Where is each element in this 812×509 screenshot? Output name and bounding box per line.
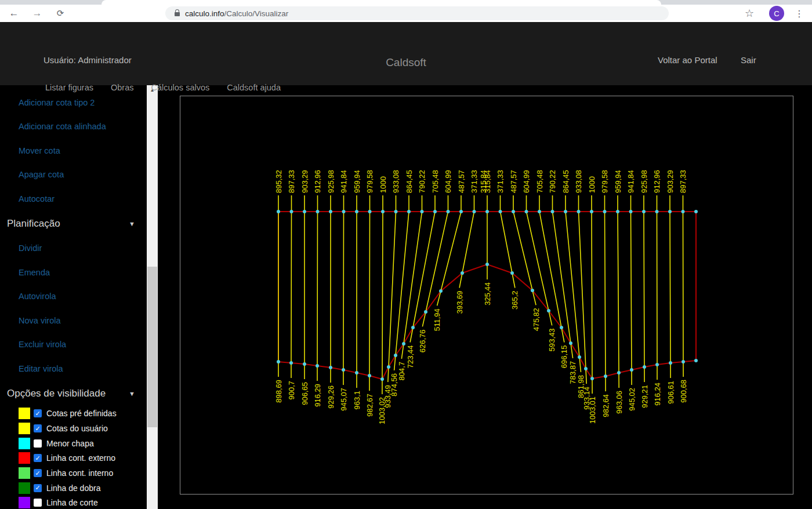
visibility-row: ✓Linha cont. interno — [0, 466, 147, 481]
url-text: calculo.info/Calculo/Visualizar — [185, 9, 288, 18]
sidebar-item-apagar-cota[interactable]: Apagar cota — [0, 163, 147, 187]
reload-icon[interactable]: ⟳ — [51, 5, 70, 22]
visibility-checkbox[interactable]: ✓ — [34, 454, 42, 462]
nav-item-3[interactable]: Cálculos salvos — [151, 83, 210, 92]
lock-icon — [175, 12, 180, 16]
main-nav: Listar figurasObrasCálculos salvosCaldso… — [45, 83, 281, 92]
sidebar-item-adicionar-cota-tipo-2[interactable]: Adicionar cota tipo 2 — [0, 90, 147, 115]
sidebar-item-excluir-virola[interactable]: Excluir virola — [0, 333, 147, 357]
color-swatch — [19, 467, 30, 479]
voltar-ao-portal-link[interactable]: Voltar ao Portal — [658, 55, 717, 65]
nav-item-4[interactable]: Caldsoft ajuda — [227, 83, 281, 92]
color-swatch — [19, 423, 30, 434]
visibility-label: Menor chapa — [42, 439, 94, 448]
back-icon[interactable]: ← — [5, 5, 23, 22]
sidebar-item-mover-cota[interactable]: Mover cota — [0, 139, 147, 163]
visibility-label: Linha de corte — [42, 498, 98, 507]
app-header: Usuário: Administrador Caldsoft Voltar a… — [0, 22, 812, 85]
sidebar-item-autocotar[interactable]: Autocotar — [0, 187, 147, 211]
bookmark-star-icon[interactable]: ☆ — [740, 5, 759, 22]
sidebar-section-planificacao[interactable]: Planificação ▼ — [0, 211, 147, 237]
sidebar-item-nova-virola[interactable]: Nova virola — [0, 308, 147, 333]
url-path: /Calculo/Visualizar — [224, 9, 289, 18]
sidebar: Adicionar cota tipo 2Adicionar cota alin… — [0, 85, 147, 509]
sidebar-links-planificacao: DividirEmendaAutovirolaNova virolaExclui… — [0, 237, 147, 381]
color-swatch — [19, 452, 30, 464]
chevron-down-icon: ▼ — [129, 390, 135, 397]
visibility-label: Cotas do usuário — [42, 424, 108, 433]
sidebar-item-emenda[interactable]: Emenda — [0, 260, 147, 285]
active-tab[interactable] — [102, 0, 661, 5]
visibility-checkbox[interactable]: ✓ — [34, 469, 42, 477]
visibility-row: Menor chapa — [0, 436, 147, 451]
visibility-checkbox[interactable]: ✓ — [34, 424, 42, 432]
nav-item-2[interactable]: Obras — [111, 83, 134, 92]
drawing-canvas[interactable] — [180, 96, 793, 495]
color-swatch — [19, 482, 30, 494]
page-scrollbar[interactable]: ▲ — [147, 85, 158, 509]
avatar[interactable]: C — [769, 6, 784, 21]
browser-tab-strip — [0, 0, 812, 5]
browser-toolbar: ← → ⟳ calculo.info/Calculo/Visualizar ☆ … — [0, 5, 812, 22]
visibility-label: Linha cont. interno — [42, 468, 113, 478]
sidebar-item-editar-virola[interactable]: Editar virola — [0, 357, 147, 381]
browser-menu-icon[interactable]: ⋮ — [790, 5, 809, 22]
visibility-checkbox[interactable]: ✓ — [34, 484, 42, 492]
visibility-label: Cotas pré definidas — [42, 409, 117, 418]
visibility-row: ✓Cotas do usuário — [0, 421, 147, 436]
section-label: Opções de visibilidade — [7, 388, 106, 399]
visibility-row: Linha de corte — [0, 496, 147, 509]
sair-link[interactable]: Sair — [741, 55, 756, 65]
visibility-options: ✓Cotas pré definidas✓Cotas do usuárioMen… — [0, 406, 147, 509]
color-swatch — [19, 408, 30, 419]
visibility-checkbox[interactable] — [34, 439, 42, 448]
visibility-label: Linha de dobra — [42, 483, 100, 493]
sidebar-item-adicionar-cota-alinhada[interactable]: Adicionar cota alinhada — [0, 115, 147, 139]
forward-icon[interactable]: → — [28, 5, 46, 22]
scrollbar-thumb[interactable] — [147, 267, 157, 427]
color-swatch — [19, 438, 30, 449]
chevron-down-icon: ▼ — [129, 220, 135, 227]
sidebar-links-top: Adicionar cota tipo 2Adicionar cota alin… — [0, 90, 147, 211]
visibility-checkbox[interactable]: ✓ — [34, 409, 42, 417]
url-host: calculo.info — [185, 9, 224, 18]
visibility-row: ✓Linha de dobra — [0, 481, 147, 496]
address-bar[interactable]: calculo.info/Calculo/Visualizar — [165, 6, 669, 20]
color-swatch — [19, 497, 30, 508]
visibility-checkbox[interactable] — [34, 499, 42, 507]
visibility-row: ✓Linha cont. externo — [0, 451, 147, 466]
sidebar-item-autovirola[interactable]: Autovirola — [0, 285, 147, 309]
visibility-row: ✓Cotas pré definidas — [0, 406, 147, 421]
section-label: Planificação — [7, 218, 60, 230]
nav-item-1[interactable]: Listar figuras — [45, 83, 93, 92]
visibility-label: Linha cont. externo — [42, 453, 115, 463]
sidebar-item-dividir[interactable]: Dividir — [0, 237, 147, 261]
sidebar-section-visibilidade[interactable]: Opções de visibilidade ▼ — [0, 381, 147, 406]
